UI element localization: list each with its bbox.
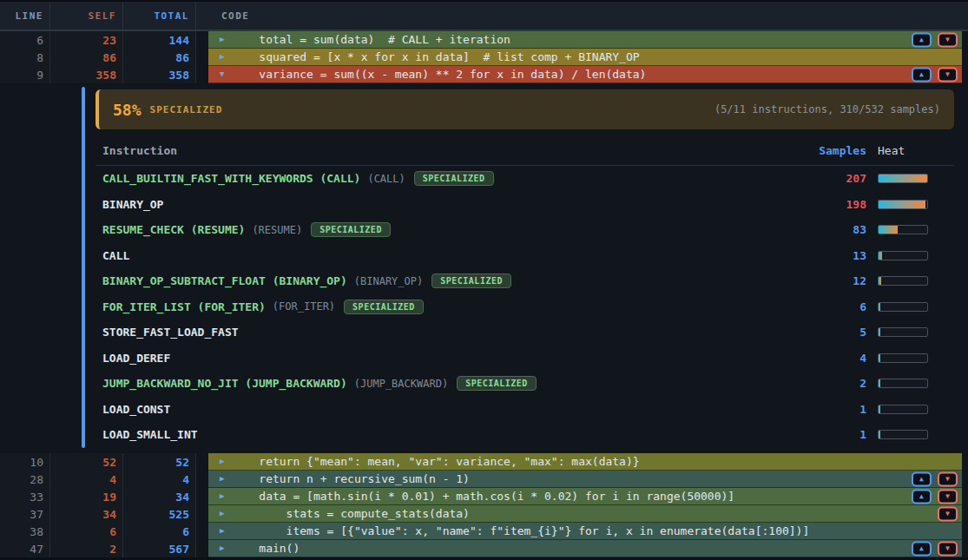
instruction-name-group: CALL_BUILTIN_FAST_WITH_KEYWORDS (CALL) (… xyxy=(95,171,806,186)
instruction-name-group: LOAD_CONST xyxy=(95,403,806,416)
line-number: 33 xyxy=(0,488,50,505)
move-up-button[interactable]: ▲ xyxy=(912,541,932,556)
instruction-samples: 5 xyxy=(806,326,866,339)
specialized-badge: SPECIALIZED xyxy=(344,300,424,314)
instruction-name-group: STORE_FAST_LOAD_FAST xyxy=(95,326,806,339)
instruction-samples: 198 xyxy=(806,198,866,211)
self-samples-value: 34 xyxy=(50,505,123,523)
specialized-badge: SPECIALIZED xyxy=(457,376,537,391)
heat-bar-track xyxy=(878,174,928,183)
expand-toggle-icon[interactable]: ▼ xyxy=(220,70,224,78)
code-cell[interactable]: ▶ return {"mean": mean, "var": variance,… xyxy=(208,453,962,471)
gutter-spacer xyxy=(196,540,208,557)
self-samples-value: 86 xyxy=(50,49,123,66)
instruction-row: FOR_ITER_LIST (FOR_ITER) (FOR_ITER) SPEC… xyxy=(95,294,954,320)
expand-toggle-icon[interactable]: ▶ xyxy=(220,492,224,500)
code-text: total = sum(data) # CALL + iteration xyxy=(232,33,510,46)
expand-toggle-icon[interactable]: ▶ xyxy=(220,458,224,465)
instruction-samples: 1 xyxy=(806,428,866,441)
move-down-button[interactable]: ▼ xyxy=(938,471,958,486)
instruction-name-group: BINARY_OP xyxy=(95,198,806,211)
gutter-spacer xyxy=(196,488,208,505)
heat-bar-track xyxy=(878,353,928,363)
line-number: 37 xyxy=(0,505,50,523)
specialized-label: SPECIALIZED xyxy=(150,104,223,115)
code-cell[interactable]: ▶ squared = [x * x for x in data] # list… xyxy=(208,49,962,66)
code-text: data = [math.sin(i * 0.01) + math.cos(i … xyxy=(232,490,734,503)
code-cell[interactable]: ▶ data = [math.sin(i * 0.01) + math.cos(… xyxy=(208,488,962,505)
gutter-spacer xyxy=(196,49,208,66)
total-samples-value: 567 xyxy=(123,540,196,557)
code-cell[interactable]: ▶ return n + recursive_sum(n - 1) ▲ ▼ xyxy=(208,471,962,488)
instruction-name: CALL_BUILTIN_FAST_WITH_KEYWORDS (CALL) xyxy=(102,172,360,185)
code-cell[interactable]: ▼ variance = sum((x - mean) ** 2 for x i… xyxy=(208,66,962,83)
move-down-button[interactable]: ▼ xyxy=(938,541,958,556)
expand-toggle-icon[interactable]: ▶ xyxy=(220,475,224,483)
instruction-name: STORE_FAST_LOAD_FAST xyxy=(102,326,239,339)
instruction-name: BINARY_OP_SUBTRACT_FLOAT (BINARY_OP) xyxy=(102,274,347,287)
instruction-samples: 4 xyxy=(806,352,866,365)
instruction-name-group: LOAD_DEREF xyxy=(95,352,806,365)
move-up-button[interactable]: ▲ xyxy=(912,32,932,47)
code-cell[interactable]: ▶ stats = compute_stats(data) ▼ xyxy=(208,505,962,523)
self-samples-value: 6 xyxy=(50,523,123,540)
expand-toggle-icon[interactable]: ▶ xyxy=(220,527,224,535)
heat-bar-track xyxy=(878,200,928,209)
code-rows-bottom: 10 52 52 ▶ return {"mean": mean, "var": … xyxy=(0,453,968,557)
instruction-row: JUMP_BACKWARD_NO_JIT (JUMP_BACKWARD) (JU… xyxy=(95,371,954,397)
total-samples-value: 6 xyxy=(123,523,196,540)
row-buttons: ▲ ▼ xyxy=(912,541,958,556)
instruction-name-group: CALL xyxy=(95,249,806,262)
expand-toggle-icon[interactable]: ▶ xyxy=(220,36,224,43)
column-header-total: TOTAL xyxy=(123,2,196,30)
instruction-name-group: BINARY_OP_SUBTRACT_FLOAT (BINARY_OP) (BI… xyxy=(95,273,806,288)
code-line-row: 38 6 6 ▶ items = [{"value": x, "name": f… xyxy=(0,523,962,540)
move-up-button[interactable]: ▲ xyxy=(912,67,932,82)
move-down-button[interactable]: ▼ xyxy=(938,32,958,47)
row-buttons: ▲ ▼ xyxy=(912,471,958,486)
line-number: 8 xyxy=(0,49,50,66)
code-line-row: 10 52 52 ▶ return {"mean": mean, "var": … xyxy=(0,453,962,471)
row-buttons: ▼ xyxy=(938,506,958,521)
expand-toggle-icon[interactable]: ▶ xyxy=(220,510,224,517)
code-line-row: 28 4 4 ▶ return n + recursive_sum(n - 1)… xyxy=(0,471,962,488)
expand-toggle-icon[interactable]: ▶ xyxy=(220,544,224,552)
instruction-name-group: JUMP_BACKWARD_NO_JIT (JUMP_BACKWARD) (JU… xyxy=(95,376,806,391)
move-up-button[interactable]: ▲ xyxy=(912,489,932,504)
code-text: main() xyxy=(232,542,300,555)
instruction-base-opcode: (JUMP_BACKWARD) xyxy=(354,378,448,390)
code-cell[interactable]: ▶ items = [{"value": x, "name": f"item_{… xyxy=(208,523,962,540)
code-line-row: 6 23 144 ▶ total = sum(data) # CALL + it… xyxy=(0,31,962,49)
self-samples-value: 2 xyxy=(50,540,123,557)
instruction-name-group: LOAD_SMALL_INT xyxy=(95,428,806,441)
line-number: 9 xyxy=(0,66,50,83)
total-samples-value: 34 xyxy=(123,488,196,505)
move-down-button[interactable]: ▼ xyxy=(938,506,958,521)
instruction-name: JUMP_BACKWARD_NO_JIT (JUMP_BACKWARD) xyxy=(102,377,347,390)
move-up-button[interactable]: ▲ xyxy=(912,471,932,486)
instruction-base-opcode: (RESUME) xyxy=(252,224,302,236)
heat-bar-track xyxy=(878,430,928,439)
expand-toggle-icon[interactable]: ▶ xyxy=(220,53,224,61)
gutter-spacer xyxy=(196,66,208,83)
gutter-spacer xyxy=(196,471,208,488)
instruction-name: FOR_ITER_LIST (FOR_ITER) xyxy=(102,300,266,313)
row-buttons: ▲ ▼ xyxy=(912,67,958,82)
move-down-button[interactable]: ▼ xyxy=(938,67,958,82)
code-cell[interactable]: ▶ total = sum(data) # CALL + iteration ▲… xyxy=(208,31,962,49)
total-samples-value: 4 xyxy=(123,471,196,488)
heat-bar-fill xyxy=(879,252,882,260)
instruction-table: CALL_BUILTIN_FAST_WITH_KEYWORDS (CALL) (… xyxy=(95,166,954,448)
code-cell[interactable]: ▶ main() ▲ ▼ xyxy=(208,540,962,557)
move-down-button[interactable]: ▼ xyxy=(938,489,958,504)
column-header-instruction: Instruction xyxy=(95,144,806,157)
column-header-heat: Heat xyxy=(878,144,928,157)
heat-bar-fill xyxy=(879,328,880,336)
instruction-row: LOAD_SMALL_INT 1 xyxy=(95,422,954,448)
instruction-row: BINARY_OP 198 xyxy=(95,192,954,218)
heat-bar-track xyxy=(878,379,928,388)
heat-bar-track xyxy=(878,276,928,286)
instruction-name: CALL xyxy=(102,249,129,262)
instruction-samples: 6 xyxy=(806,300,866,313)
code-text: squared = [x * x for x in data] # list c… xyxy=(232,50,640,63)
